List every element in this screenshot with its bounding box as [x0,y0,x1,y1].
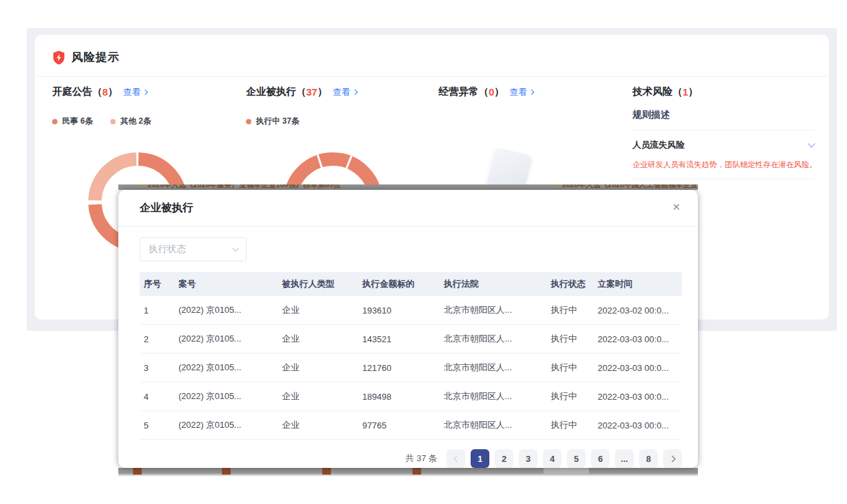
paren: ） [688,86,698,98]
tech-risk-item-title: 人员流失风险 [632,139,685,151]
cell-filing-date: 2022-03-03 00:0... [591,334,682,344]
chevron-right-icon [669,455,675,462]
chevron-down-icon[interactable] [808,140,815,147]
chevron-right-icon [352,89,357,94]
dimmed-background-strip: ★2020年入选《2020年服务产业领军企业100强》榜单第85位 ★2020年… [118,184,698,190]
cell-index: 1 [140,305,172,316]
cell-court: 北京市朝阳区人... [437,333,544,345]
paren: ） [318,86,328,98]
column-header: 执行金额标的 [356,278,437,290]
section-title-row: 开庭公告 （ 8 ） 查看 [52,86,151,98]
column-header: 被执行人类型 [275,278,356,290]
cell-case-number: (2022) 京0105... [172,419,275,431]
execution-status-select[interactable]: 执行状态 [140,237,247,261]
view-link-label: 查看 [123,86,140,98]
legend-label: 民事 6条 [62,116,93,127]
section-title: 企业被执行 [246,86,296,98]
pagination-next-button[interactable] [663,449,682,468]
cell-party-type: 企业 [275,362,356,374]
modal-body: 执行状态 序号 案号 被执行人类型 执行金额标的 执行法院 执行状态 立案时间 … [118,227,698,468]
pagination-page-button[interactable]: 4 [543,449,562,468]
cell-party-type: 企业 [275,333,356,345]
pagination-page-button[interactable]: 5 [567,449,586,468]
pagination-ellipsis[interactable]: ... [615,449,634,468]
column-header: 执行状态 [544,278,591,290]
paren: （ [92,86,102,98]
cell-amount: 97765 [356,420,437,430]
donut-legend: 执行中 37条 [246,116,357,127]
pagination-prev-button[interactable] [447,449,465,468]
section-count: 37 [306,86,318,98]
star-icon: ★ [137,184,144,188]
cell-status: 执行中 [544,304,591,316]
legend-label: 其他 2条 [120,116,151,127]
section-abnormal-operation: 经营异常 （ 0 ） 查看 [439,86,533,98]
view-link-label: 查看 [333,86,350,98]
dimmed-background-text: ★2020年入选《2020年服务产业领军企业100强》榜单第85位 [137,184,340,190]
table-row[interactable]: 4 (2022) 京0105... 企业 189498 北京市朝阳区人... 执… [140,382,682,411]
pagination-page-button[interactable]: 8 [639,449,658,468]
paren: ） [494,86,504,98]
cell-court: 北京市朝阳区人... [437,362,544,374]
rule-description-label: 规则描述 [632,109,814,121]
cell-amount: 143521 [356,334,437,344]
tech-risk-description: 企业研发人员有流失趋势，团队稳定性存在潜在风险。 [632,160,814,170]
table-row[interactable]: 5 (2022) 京0105... 企业 97765 北京市朝阳区人... 执行… [140,411,682,440]
section-count: 0 [489,86,494,98]
dimmed-background-strip [118,468,698,477]
header-divider [35,76,829,77]
legend-item: 民事 6条 [52,116,93,127]
pagination-page-button[interactable]: 3 [519,449,537,468]
cell-amount: 121760 [356,363,437,373]
divider [632,130,814,130]
cell-court: 北京市朝阳区人... [437,390,544,402]
view-link[interactable]: 查看 [123,86,147,98]
legend-dot-icon [246,119,251,124]
cell-case-number: (2022) 京0105... [172,390,275,402]
column-header: 序号 [140,278,172,290]
cell-party-type: 企业 [275,304,356,316]
cell-filing-date: 2022-03-03 00:0... [591,363,682,373]
cell-status: 执行中 [544,333,591,345]
section-title: 经营异常 [439,86,479,98]
tech-risk-item[interactable]: 人员流失风险 [632,139,814,151]
table-row[interactable]: 2 (2022) 京0105... 企业 143521 北京市朝阳区人... 执… [140,325,682,354]
table-row[interactable]: 1 (2022) 京0105... 企业 193610 北京市朝阳区人... 执… [140,296,682,325]
background-fragment [322,468,331,475]
risk-shield-icon [52,50,66,65]
pagination-page-button[interactable]: 6 [591,449,610,468]
pagination-page-button[interactable]: 1 [471,449,489,468]
enterprise-enforced-modal: 企业被执行 ✕ 执行状态 序号 案号 被执行人类型 执行金额标的 执行法院 执行… [118,190,698,468]
cell-index: 3 [140,363,172,373]
select-placeholder: 执行状态 [148,243,186,255]
donut-legend: 民事 6条 其他 2条 [52,116,151,127]
cell-filing-date: 2022-03-03 00:0... [591,392,682,402]
chevron-down-icon [233,245,239,252]
chevron-right-icon [142,89,148,94]
column-header: 执行法院 [437,278,544,290]
cell-index: 2 [140,334,172,344]
legend-item: 执行中 37条 [246,116,299,127]
column-header: 案号 [172,278,275,290]
legend-dot-icon [52,119,57,124]
cell-case-number: (2022) 京0105... [172,362,275,374]
view-link[interactable]: 查看 [333,86,357,98]
section-court-announcements: 开庭公告 （ 8 ） 查看 民事 6条 其他 2条 [52,86,151,127]
chevron-right-icon [529,89,534,94]
section-count: 1 [683,86,688,98]
view-link[interactable]: 查看 [509,86,533,98]
pagination-page-button[interactable]: 2 [495,449,513,468]
cell-party-type: 企业 [275,419,356,431]
table-row[interactable]: 3 (2022) 京0105... 企业 121760 北京市朝阳区人... 执… [140,354,682,382]
legend-dot-icon [110,119,116,124]
section-tech-risk: 技术风险 （ 1 ） 规则描述 人员流失风险 企业研发人员有流失趋势，团队稳定性… [632,86,814,179]
cell-case-number: (2022) 京0105... [172,333,275,345]
legend-label: 执行中 37条 [256,116,299,127]
cell-amount: 193610 [356,305,437,316]
view-link-label: 查看 [509,86,527,98]
modal-header: 企业被执行 ✕ [118,190,698,227]
close-icon[interactable]: ✕ [672,202,681,212]
section-title: 开庭公告 [52,86,92,98]
page-title: 风险提示 [72,49,120,65]
risk-card-header: 风险提示 [52,49,120,65]
